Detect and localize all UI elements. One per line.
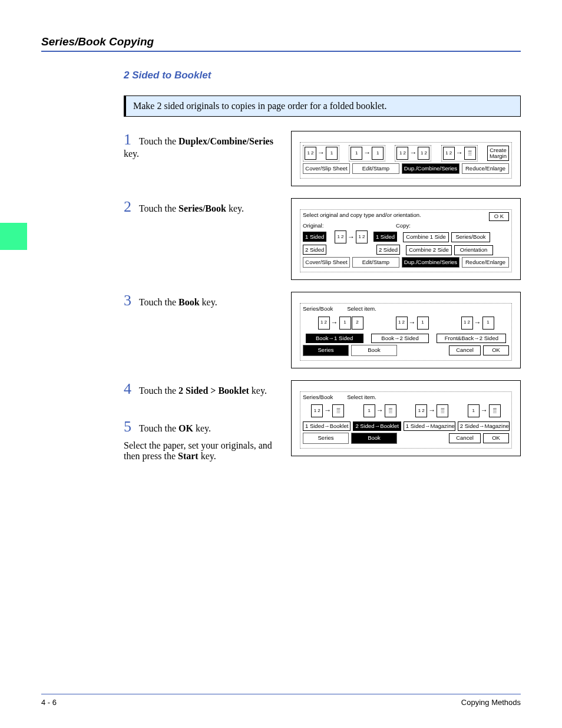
step-1-num: 1 bbox=[124, 131, 137, 149]
magazine-icon: ▒ bbox=[489, 404, 501, 417]
fig3-title: Series/Book bbox=[303, 306, 333, 312]
page-container: Series/Book Copying 2 Sided to Booklet M… bbox=[0, 0, 562, 728]
fig1-group-4: 1 2 → ▒ bbox=[441, 145, 478, 162]
tab-book-sel[interactable]: Book bbox=[351, 433, 397, 443]
btn-1sided-booklet[interactable]: 1 Sided→Booklet bbox=[303, 421, 351, 431]
step-3-text: 3 Touch the Book key. bbox=[124, 292, 277, 309]
page-icon: 1 2 bbox=[396, 147, 408, 160]
tab-reduce[interactable]: Reduce/Enlarge bbox=[462, 257, 509, 268]
step-2-body: Touch the Series/Book key. bbox=[139, 203, 244, 213]
page-icon: 1 2 bbox=[335, 230, 346, 243]
arrow-icon: → bbox=[347, 233, 355, 241]
magazine-icon: ▒ bbox=[437, 404, 448, 417]
cancel-button[interactable]: Cancel bbox=[449, 433, 481, 443]
page-icon: 1 2 bbox=[415, 404, 427, 417]
tab-dup-selected[interactable]: Dup./Combine/Series bbox=[402, 257, 459, 268]
tab-series-sel[interactable]: Series bbox=[303, 345, 349, 355]
tab-book[interactable]: Book bbox=[351, 345, 397, 355]
btn-copy-1sided-sel[interactable]: 1 Sided bbox=[373, 232, 397, 242]
booklet-icon: ▒ bbox=[332, 404, 344, 417]
figure-3: Series/Book Select item. 1 2 → 12 1 2 → … bbox=[291, 292, 521, 368]
intro-box: Make 2 sided originals to copies in page… bbox=[124, 95, 521, 117]
btn-copy-2sided[interactable]: 2 Sided bbox=[376, 245, 400, 255]
step-4-body: Touch the 2 Sided > Booklet key. bbox=[139, 386, 267, 396]
page-icon: 1 bbox=[468, 404, 480, 417]
step-4-5-left: 4 Touch the 2 Sided > Booklet key. 5 Tou… bbox=[124, 380, 277, 462]
arrow-icon: → bbox=[323, 407, 332, 414]
book-icon: 1 2 bbox=[461, 317, 473, 330]
btn-1sided-magazine[interactable]: 1 Sided→Magazine bbox=[404, 421, 455, 431]
btn-book1sided-sel[interactable]: Book→1 Sided bbox=[306, 334, 363, 343]
figure-4-panel: Series/Book Select item. 1 2 → ▒ 1 → ▒ bbox=[300, 391, 512, 449]
arrow-icon: → bbox=[317, 149, 325, 157]
page-icon: 1 2 bbox=[443, 147, 455, 160]
page-icon: 1 bbox=[339, 317, 351, 330]
ok-button[interactable]: OK bbox=[483, 433, 509, 443]
arrow-icon: → bbox=[455, 149, 464, 157]
btn-book2sided[interactable]: Book→2 Sided bbox=[371, 334, 429, 343]
figure-4: Series/Book Select item. 1 2 → ▒ 1 → ▒ bbox=[291, 380, 521, 456]
step-5-num: 5 bbox=[124, 418, 137, 436]
fig2-tabs: Cover/Slip Sheet Edit/Stamp Dup./Combine… bbox=[303, 257, 509, 268]
btn-seriesbook[interactable]: Series/Book bbox=[451, 232, 490, 242]
book-icon: 1 2 bbox=[318, 317, 330, 330]
footer: 4 - 6 Copying Methods bbox=[41, 694, 521, 707]
page-icon: 1 bbox=[372, 147, 384, 160]
footer-label: Copying Methods bbox=[461, 698, 521, 707]
tab-dup-selected[interactable]: Dup./Combine/Series bbox=[402, 163, 459, 174]
cancel-button[interactable]: Cancel bbox=[449, 345, 481, 355]
fig1-group-3: 1 2 → 1 2 bbox=[395, 145, 431, 162]
figure-1: 1 2 → 1 1 → 1 1 2 → 1 2 bbox=[291, 131, 521, 186]
step-3-row: 3 Touch the Book key. Series/Book Select… bbox=[124, 292, 521, 368]
tab-edit[interactable]: Edit/Stamp bbox=[352, 163, 399, 174]
arrow-icon: → bbox=[330, 319, 339, 327]
btn-2sided-booklet-sel[interactable]: 2 Sided→Booklet bbox=[353, 421, 401, 431]
tab-series[interactable]: Series bbox=[303, 433, 349, 443]
tab-cover[interactable]: Cover/Slip Sheet bbox=[303, 163, 350, 174]
footer-page: 4 - 6 bbox=[41, 698, 57, 707]
figure-2-panel: Select original and copy type and/or ori… bbox=[300, 209, 512, 272]
step-2-text: 2 Touch the Series/Book key. bbox=[124, 198, 277, 216]
step-1-body: Touch the Duplex/Combine/Series key. bbox=[124, 136, 273, 159]
step-4-5-row: 4 Touch the 2 Sided > Booklet key. 5 Tou… bbox=[124, 380, 521, 462]
section-header: Series/Book Copying bbox=[41, 35, 521, 52]
fig4-title: Series/Book bbox=[303, 394, 333, 400]
step-4-num: 4 bbox=[124, 380, 137, 398]
btn-combine1[interactable]: Combine 1 Side bbox=[403, 232, 449, 242]
content-area: 1 Touch the Duplex/Combine/Series key. 1… bbox=[124, 131, 521, 462]
page-icon: 1 bbox=[326, 147, 338, 160]
fig1-group-2: 1 → 1 bbox=[349, 145, 385, 162]
fig1-tabs: Cover/Slip Sheet Edit/Stamp Dup./Combine… bbox=[303, 163, 509, 174]
ok-button[interactable]: OK bbox=[483, 345, 509, 355]
tab-reduce[interactable]: Reduce/Enlarge bbox=[462, 163, 509, 174]
step-3-num: 3 bbox=[124, 292, 137, 309]
arrow-icon: → bbox=[428, 407, 436, 414]
page-icon: 1 2 bbox=[356, 230, 368, 243]
ok-button[interactable]: O K bbox=[489, 212, 509, 220]
tab-cover[interactable]: Cover/Slip Sheet bbox=[303, 257, 350, 268]
tab-edit[interactable]: Edit/Stamp bbox=[352, 257, 399, 268]
sub-header: 2 Sided to Booklet bbox=[124, 70, 521, 81]
btn-2sided-magazine[interactable]: 2 Sided→Magazine bbox=[458, 421, 510, 431]
btn-combine2[interactable]: Combine 2 Side bbox=[406, 245, 452, 255]
create-margin-button[interactable]: Create Margin bbox=[487, 146, 509, 162]
step-5-body: Touch the OK key. bbox=[139, 423, 211, 433]
step-1-text: 1 Touch the Duplex/Combine/Series key. bbox=[124, 131, 277, 159]
book-icon: 1 2 bbox=[396, 317, 408, 330]
page-icon: 1 2 bbox=[305, 147, 316, 160]
fig3-select: Select item. bbox=[347, 306, 376, 312]
btn-frontback2sided[interactable]: Front&Back→2 Sided bbox=[437, 334, 506, 343]
btn-orientation[interactable]: Orientation bbox=[454, 245, 493, 255]
page-icon: 1 bbox=[482, 317, 494, 330]
page-icon: 1 2 bbox=[311, 404, 323, 417]
page-icon: ▒ bbox=[464, 147, 476, 160]
step-1-row: 1 Touch the Duplex/Combine/Series key. 1… bbox=[124, 131, 521, 186]
arrow-icon: → bbox=[408, 319, 416, 327]
btn-1sided-sel[interactable]: 1 Sided bbox=[303, 232, 326, 242]
fig4-select: Select item. bbox=[347, 394, 376, 400]
step-2-num: 2 bbox=[124, 198, 137, 216]
page-icon: 1 2 bbox=[418, 147, 429, 160]
btn-2sided[interactable]: 2 Sided bbox=[303, 245, 326, 255]
fig2-copy-label: Copy: bbox=[396, 223, 411, 229]
page-icon: 2 bbox=[352, 317, 363, 330]
